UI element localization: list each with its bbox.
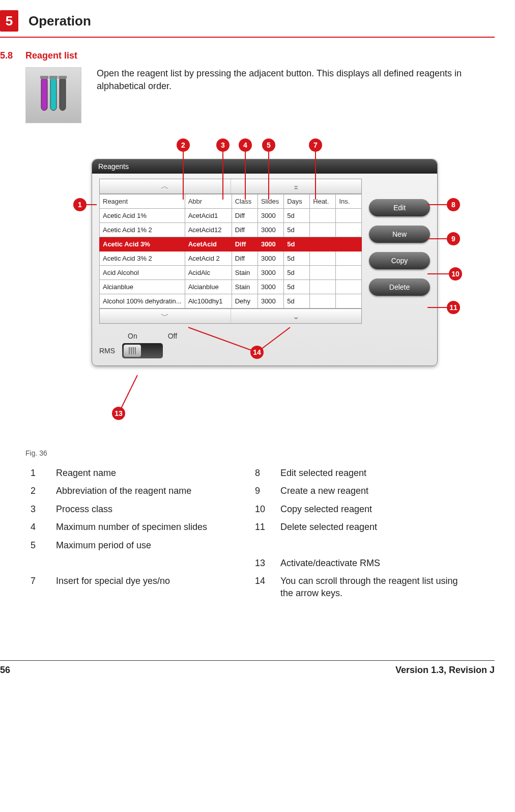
copy-button[interactable]: Copy: [369, 252, 430, 269]
table-row[interactable]: Acetic Acid 1% 2AcetAcid12Diff30005d: [100, 223, 362, 237]
callout-10: 10: [449, 267, 462, 281]
legend-10: Copy selected reagent: [280, 503, 469, 515]
table-row[interactable]: Acid AlcoholAcidAlcStain30005d: [100, 266, 362, 280]
rms-toggle[interactable]: [122, 343, 163, 358]
header-rule: [0, 37, 495, 38]
table-row[interactable]: Acetic Acid 1%AcetAcid1Diff30005d: [100, 209, 362, 223]
section-heading: 5.8 Reagent list: [0, 50, 495, 61]
legend-1: Reagent name: [56, 467, 245, 479]
legend-11: Delete selected reagent: [280, 521, 469, 533]
callout-7: 7: [309, 138, 322, 152]
delete-button[interactable]: Delete: [369, 278, 430, 296]
legend-9: Create a new reagent: [280, 485, 469, 497]
footer: 56 Version 1.3, Revision J: [0, 660, 495, 676]
page-number: 56: [0, 665, 10, 676]
svg-rect-5: [59, 76, 67, 79]
table-row[interactable]: Alcohol 100% dehydratin...Alc100dhy1Dehy…: [100, 294, 362, 309]
col-ins: Ins.: [336, 194, 362, 209]
scroll-top-icon[interactable]: ⌅: [231, 179, 362, 193]
callout-14: 14: [250, 346, 264, 359]
legend-8: Edit selected reagent: [280, 467, 469, 479]
section-number: 5.8: [0, 50, 25, 61]
col-reagent: Reagent: [100, 194, 185, 209]
scroll-top-row: ︿ ⌅: [99, 179, 362, 194]
table-row[interactable]: AlcianblueAlcianblueStain30005d: [100, 280, 362, 294]
chapter-badge: 5: [0, 10, 18, 32]
chapter-title: Operation: [28, 13, 91, 29]
reagents-panel: Reagents ︿ ⌅ ReagentAbbrClassSlidesDaysH…: [92, 159, 438, 366]
legend-14: You can scroll through the reagent list …: [280, 575, 469, 599]
callout-5: 5: [262, 138, 275, 152]
svg-rect-3: [40, 76, 48, 79]
on-label: On: [128, 332, 137, 340]
legend-2: Abbreviation of the reagent name: [56, 485, 245, 497]
reagent-icon: [25, 67, 81, 123]
svg-rect-1: [50, 77, 56, 110]
callout-9: 9: [447, 232, 460, 245]
legend-7: Insert for special dye yes/no: [56, 575, 245, 599]
scroll-up-icon[interactable]: ︿: [100, 179, 231, 193]
edit-button[interactable]: Edit: [369, 199, 430, 216]
callout-3: 3: [216, 138, 230, 152]
svg-rect-0: [41, 77, 47, 110]
off-label: Off: [168, 332, 177, 340]
new-button[interactable]: New: [369, 226, 430, 243]
col-days: Days: [284, 194, 310, 209]
panel-title: Reagents: [92, 159, 437, 174]
col-abbr: Abbr: [185, 194, 232, 209]
figure-caption: Fig. 36: [25, 449, 495, 457]
legend: 1Reagent name 8Edit selected reagent 2Ab…: [31, 467, 469, 599]
callout-11: 11: [447, 301, 460, 314]
callout-2: 2: [177, 138, 190, 152]
callout-13: 13: [112, 407, 125, 420]
reagent-table: ReagentAbbrClassSlidesDaysHeat.Ins. Acet…: [99, 194, 362, 309]
legend-3: Process class: [56, 503, 245, 515]
rms-label: RMS: [99, 347, 115, 355]
scroll-bottom-row: ﹀ ⌄: [99, 309, 362, 324]
svg-rect-2: [60, 77, 66, 110]
intro-paragraph: Open the reagent list by pressing the ad…: [97, 67, 495, 93]
callout-8: 8: [447, 198, 460, 211]
table-row[interactable]: Acetic Acid 3% 2AcetAcid 2Diff30005d: [100, 251, 362, 266]
version-text: Version 1.3, Revision J: [395, 665, 495, 676]
svg-rect-4: [49, 76, 58, 79]
callout-1: 1: [73, 198, 87, 211]
callout-4: 4: [239, 138, 252, 152]
legend-13: Activate/deactivate RMS: [280, 557, 469, 569]
scroll-bottom-icon[interactable]: ⌄: [231, 309, 362, 323]
col-heat: Heat.: [310, 194, 336, 209]
col-class: Class: [232, 194, 258, 209]
figure-36: 1 2 3 4 5 7 8 9 10 11 14 13 Reagents ︿ ⌅…: [71, 138, 463, 444]
onoff-labels: On Off: [128, 332, 437, 340]
section-title: Reagent list: [25, 50, 77, 61]
legend-5: Maximum period of use: [56, 540, 245, 551]
scroll-down-icon[interactable]: ﹀: [100, 309, 231, 323]
legend-4: Maximum number of specimen slides: [56, 521, 245, 533]
page-header: 5 Operation: [0, 10, 495, 32]
col-slides: Slides: [258, 194, 283, 209]
table-row[interactable]: Acetic Acid 3%AcetAcidDiff30005d: [100, 237, 362, 251]
